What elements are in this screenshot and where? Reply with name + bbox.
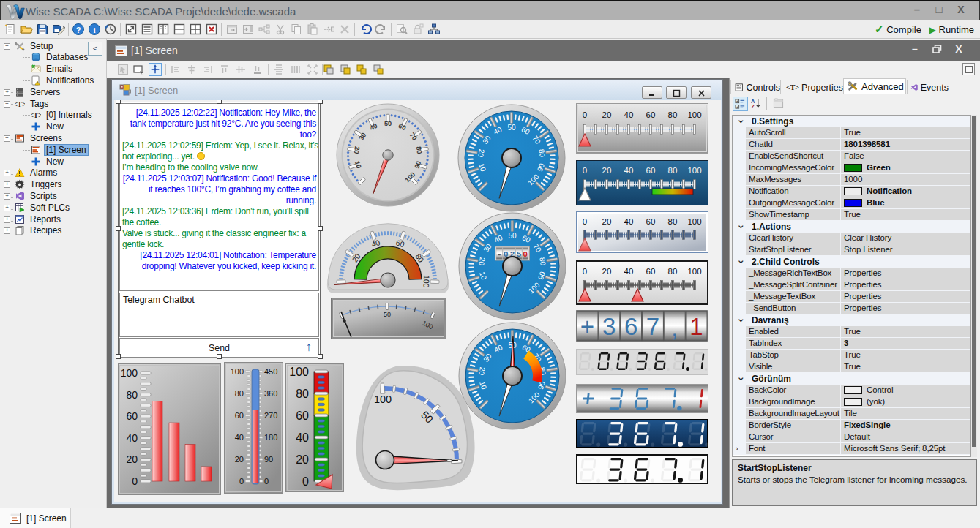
svg-text:6: 6	[624, 313, 637, 340]
svg-text:0: 0	[583, 217, 587, 226]
svg-text:60: 60	[296, 410, 309, 422]
svg-text:360: 360	[264, 389, 277, 398]
svg-text:0: 0	[504, 249, 509, 259]
svg-text:80: 80	[296, 388, 309, 400]
svg-text:20: 20	[477, 257, 487, 266]
svg-text:-: -	[497, 249, 502, 259]
svg-text:60: 60	[235, 411, 244, 420]
svg-text:0: 0	[523, 249, 528, 259]
svg-text:80: 80	[668, 166, 678, 175]
svg-text:0: 0	[583, 110, 587, 119]
svg-text:80: 80	[668, 110, 678, 119]
svg-text:100: 100	[687, 110, 701, 119]
svg-text:5: 5	[516, 249, 521, 259]
svg-text:+: +	[580, 313, 594, 340]
svg-text:60: 60	[126, 410, 138, 422]
svg-text:100: 100	[121, 367, 138, 379]
svg-text:20: 20	[126, 453, 138, 465]
svg-text:90: 90	[264, 455, 273, 464]
svg-text:50: 50	[507, 124, 516, 132]
svg-text:1: 1	[689, 313, 703, 340]
svg-text:100: 100	[687, 166, 701, 175]
svg-text:40: 40	[624, 110, 634, 119]
svg-text:,: ,	[671, 314, 678, 342]
svg-text:50: 50	[384, 120, 392, 127]
svg-text:60: 60	[646, 110, 656, 119]
svg-text:60: 60	[646, 267, 656, 276]
svg-text:100: 100	[422, 275, 432, 288]
svg-text:270: 270	[264, 411, 277, 420]
svg-text:100: 100	[231, 367, 244, 376]
svg-text:Z: Z	[751, 103, 755, 109]
svg-text:20: 20	[235, 455, 244, 464]
svg-text:40: 40	[296, 431, 309, 444]
svg-text:100: 100	[687, 267, 701, 276]
svg-text:i: i	[93, 26, 95, 34]
svg-text:60: 60	[646, 166, 656, 175]
svg-text:20: 20	[602, 267, 612, 276]
svg-text:20: 20	[476, 148, 486, 158]
svg-text:100: 100	[289, 366, 309, 378]
svg-text:3: 3	[602, 313, 616, 340]
svg-text:80: 80	[668, 217, 678, 226]
svg-text:0: 0	[583, 166, 587, 175]
svg-text:100: 100	[374, 393, 392, 405]
svg-text:?: ?	[76, 26, 81, 34]
svg-text:50: 50	[508, 232, 517, 240]
svg-text:0: 0	[264, 477, 269, 486]
svg-text:40: 40	[624, 267, 634, 276]
svg-text:0: 0	[302, 475, 309, 488]
svg-text:+: +	[736, 105, 738, 109]
svg-text:80: 80	[415, 146, 423, 154]
svg-text:0: 0	[239, 477, 244, 486]
svg-text:80: 80	[126, 389, 138, 401]
svg-text:80: 80	[538, 257, 547, 266]
svg-text:7: 7	[646, 313, 659, 340]
svg-text:450: 450	[264, 367, 277, 376]
svg-text:40: 40	[624, 166, 634, 175]
svg-text:40: 40	[624, 217, 634, 226]
svg-text:20: 20	[602, 110, 612, 119]
svg-text:50: 50	[384, 311, 391, 318]
svg-text:+: +	[736, 99, 738, 103]
svg-text:80: 80	[668, 267, 678, 276]
svg-text:100: 100	[687, 217, 701, 226]
svg-text:20: 20	[602, 217, 612, 226]
svg-text:0: 0	[583, 267, 587, 276]
svg-text:20: 20	[353, 146, 361, 154]
svg-text:80: 80	[235, 389, 244, 398]
svg-text:<T>: <T>	[15, 101, 25, 108]
svg-text:180: 180	[264, 433, 277, 442]
svg-text:20: 20	[296, 453, 309, 466]
svg-text:80: 80	[537, 148, 547, 158]
svg-text:20: 20	[602, 166, 612, 175]
svg-text:40: 40	[235, 433, 244, 442]
svg-text:0: 0	[132, 475, 138, 487]
svg-text:60: 60	[646, 217, 656, 226]
svg-text:40: 40	[126, 432, 138, 444]
svg-text:<T>: <T>	[31, 112, 41, 119]
